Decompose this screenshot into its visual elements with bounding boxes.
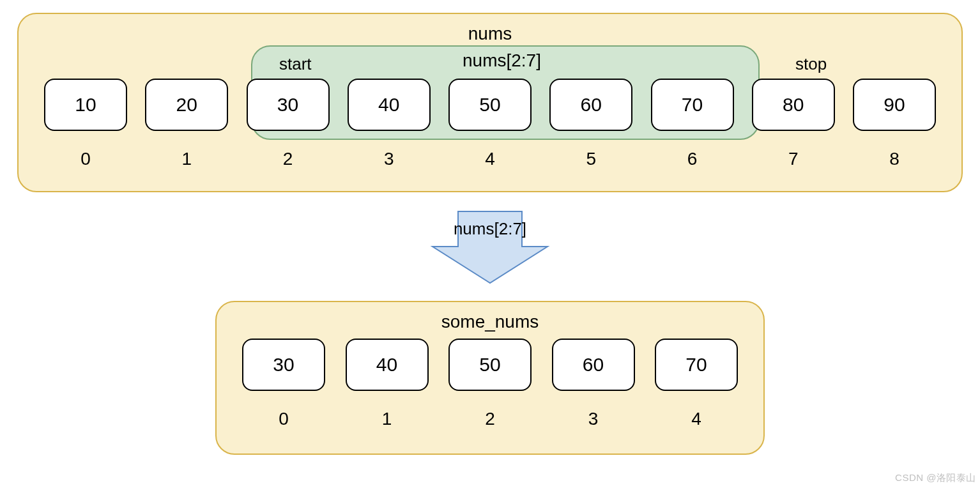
nums-index: 1 bbox=[181, 149, 192, 169]
slice-arrow: nums[2:7] bbox=[13, 205, 967, 288]
nums-cell-col: 40 3 bbox=[341, 79, 437, 169]
stop-label: stop bbox=[795, 54, 827, 74]
nums-cell: 40 bbox=[348, 79, 431, 131]
some-nums-cell-col: 60 3 bbox=[546, 339, 641, 429]
nums-index: 4 bbox=[485, 149, 495, 169]
nums-cell: 20 bbox=[145, 79, 228, 131]
nums-title: nums bbox=[38, 24, 942, 44]
some-nums-index: 4 bbox=[691, 409, 701, 429]
some-nums-title: some_nums bbox=[236, 312, 744, 332]
nums-cell-col: 20 1 bbox=[139, 79, 234, 169]
some-nums-cell-col: 30 0 bbox=[236, 339, 332, 429]
some-nums-index: 2 bbox=[485, 409, 495, 429]
down-arrow-icon: nums[2:7] bbox=[426, 205, 554, 288]
nums-cell-col: 50 4 bbox=[442, 79, 538, 169]
some-nums-index: 3 bbox=[588, 409, 599, 429]
nums-index: 8 bbox=[889, 149, 900, 169]
some-nums-cell-col: 40 1 bbox=[339, 339, 435, 429]
arrow-label: nums[2:7] bbox=[454, 219, 526, 238]
nums-cell-col: 30 2 bbox=[240, 79, 336, 169]
nums-cell-col: 10 0 bbox=[38, 79, 134, 169]
some-nums-cell: 70 bbox=[655, 339, 738, 391]
nums-cell-col: 70 6 bbox=[645, 79, 740, 169]
nums-row: 10 0 20 1 30 2 40 3 50 4 60 5 bbox=[38, 79, 942, 169]
some-nums-cell: 60 bbox=[552, 339, 635, 391]
nums-cell: 50 bbox=[448, 79, 532, 131]
some-nums-cell-col: 50 2 bbox=[442, 339, 538, 429]
nums-cell: 90 bbox=[853, 79, 936, 131]
nums-index: 6 bbox=[687, 149, 698, 169]
nums-cell: 80 bbox=[752, 79, 835, 131]
start-label: start bbox=[279, 54, 312, 74]
nums-list-container: nums nums[2:7] start stop 10 0 20 1 30 2 bbox=[17, 13, 963, 192]
watermark-text: CSDN @洛阳泰山 bbox=[895, 472, 976, 484]
nums-cell: 30 bbox=[247, 79, 330, 131]
nums-index: 7 bbox=[788, 149, 799, 169]
nums-cell: 70 bbox=[651, 79, 734, 131]
some-nums-cell: 50 bbox=[448, 339, 532, 391]
some-nums-row: 30 0 40 1 50 2 60 3 70 4 bbox=[236, 339, 744, 429]
nums-index: 0 bbox=[80, 149, 91, 169]
nums-index: 3 bbox=[384, 149, 394, 169]
some-nums-cell: 30 bbox=[242, 339, 325, 391]
some-nums-index: 1 bbox=[382, 409, 392, 429]
nums-index: 2 bbox=[283, 149, 293, 169]
some-nums-list-container: some_nums 30 0 40 1 50 2 60 3 70 4 bbox=[215, 301, 765, 455]
nums-cell: 10 bbox=[44, 79, 127, 131]
some-nums-cell: 40 bbox=[346, 339, 429, 391]
nums-index: 5 bbox=[586, 149, 596, 169]
some-nums-cell-col: 70 4 bbox=[648, 339, 744, 429]
nums-cell-col: 90 8 bbox=[846, 79, 942, 169]
nums-cell-col: 80 7 bbox=[746, 79, 841, 169]
slice-expression-label: nums[2:7] bbox=[463, 50, 541, 71]
some-nums-index: 0 bbox=[279, 409, 289, 429]
nums-cell-col: 60 5 bbox=[543, 79, 639, 169]
nums-cell: 60 bbox=[549, 79, 632, 131]
